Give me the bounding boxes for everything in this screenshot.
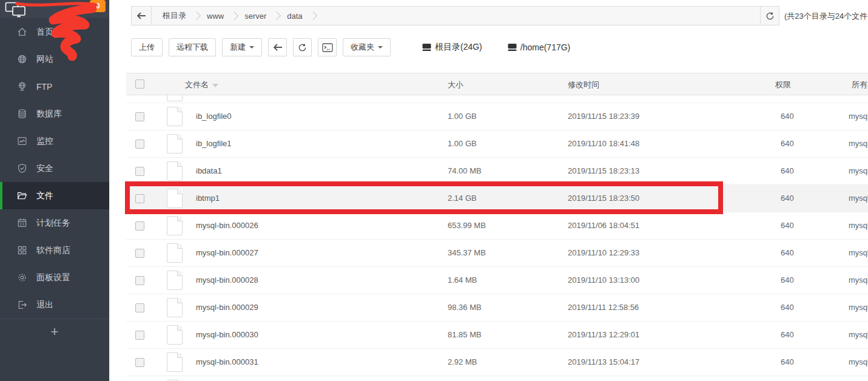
file-name[interactable]: mysql-bin.000029 [196, 303, 258, 312]
row-checkbox[interactable] [135, 140, 144, 149]
new-dropdown-button[interactable]: 新建 [222, 38, 262, 56]
path-refresh-button[interactable] [760, 7, 779, 25]
refresh-icon [765, 12, 775, 21]
table-row[interactable]: ib_logfile01.00 GB2019/11/15 18:23:39640… [126, 103, 868, 130]
home-icon [17, 27, 27, 37]
chevron-right-icon [272, 12, 281, 20]
file-icon [167, 95, 183, 101]
terminal-icon [322, 43, 333, 52]
file-name[interactable]: mysql-bin.000027 [196, 248, 258, 257]
header-filename[interactable]: 文件名 [185, 79, 218, 90]
sidebar-item-database[interactable]: 数据库 [0, 100, 109, 127]
path-back-button[interactable] [132, 7, 152, 25]
file-mtime: 2019/11/06 18:04:51 [568, 221, 639, 230]
remote-download-button[interactable]: 远程下载 [169, 38, 216, 56]
header-size[interactable]: 大小 [448, 79, 463, 90]
sidebar-header: 0 [0, 0, 109, 18]
file-perm: 640 [781, 221, 794, 230]
select-all-checkbox[interactable] [135, 79, 144, 89]
file-name[interactable]: mysql-bin.000028 [196, 275, 258, 285]
disk-home-shortcut[interactable]: /home(717G) [508, 42, 570, 52]
file-name[interactable]: ib_logfile0 [196, 112, 232, 121]
file-size: 74.00 MB [448, 166, 482, 175]
chevron-right-icon [230, 12, 238, 20]
sidebar-item-label: 文件 [36, 190, 53, 201]
file-size: 345.37 MB [448, 248, 486, 257]
sidebar-item-files[interactable]: 文件 [0, 182, 109, 209]
file-perm: 640 [781, 275, 794, 285]
globe-icon [17, 54, 27, 64]
row-checkbox[interactable] [135, 112, 144, 121]
file-mtime: 2019/11/13 12:29:01 [568, 330, 639, 339]
file-name[interactable]: mysql-bin.000030 [196, 330, 258, 339]
row-checkbox[interactable] [135, 194, 144, 203]
breadcrumb-data[interactable]: data [282, 12, 307, 21]
sidebar-item-site[interactable]: 网站 [0, 46, 109, 73]
file-size: 653.99 MB [448, 221, 486, 230]
back-arrow-icon [136, 12, 146, 19]
disk-root-shortcut[interactable]: 根目录(24G) [422, 42, 482, 53]
table-row[interactable]: mysql-bin.0000281.64 MB2019/11/10 13:13:… [126, 267, 868, 294]
partial-row-top [126, 95, 868, 103]
favorites-dropdown-button[interactable]: 收藏夹 [343, 38, 391, 56]
breadcrumb-root[interactable]: 根目录 [158, 10, 191, 21]
file-name[interactable]: ibdata1 [196, 166, 222, 175]
table-header: 文件名 大小 修改时间 权限 所有者 [126, 73, 868, 95]
row-checkbox[interactable] [135, 276, 144, 285]
row-checkbox[interactable] [135, 358, 144, 367]
table-row[interactable]: mysql-bin.000027345.37 MB2019/11/10 12:2… [126, 240, 868, 267]
table-row[interactable]: ib_logfile11.00 GB2019/11/10 18:41:48640… [126, 130, 868, 158]
sidebar-item-ftp[interactable]: FTP [0, 73, 109, 100]
message-count-badge[interactable]: 0 [90, 0, 106, 12]
file-size: 98.36 MB [448, 303, 482, 312]
sidebar-item-cron[interactable]: 计划任务 [0, 209, 109, 237]
file-size: 1.64 MB [448, 275, 477, 285]
file-perm: 640 [781, 139, 794, 148]
file-name[interactable]: mysql-bin.000031 [196, 357, 258, 366]
back-button[interactable] [268, 38, 287, 56]
file-icon [167, 216, 183, 235]
back-arrow-icon [273, 44, 283, 51]
sidebar-item-home[interactable]: 首页 [0, 18, 109, 46]
breadcrumb-server[interactable]: server [240, 12, 271, 21]
sidebar-item-store[interactable]: 软件商店 [0, 237, 109, 264]
file-owner: mysql [849, 194, 868, 203]
row-checkbox[interactable] [135, 331, 144, 340]
file-name[interactable]: ib_logfile1 [196, 139, 232, 148]
disk-label: /home(717G) [520, 42, 570, 52]
table-row[interactable]: mysql-bin.000026653.99 MB2019/11/06 18:0… [126, 212, 868, 240]
table-row[interactable]: mysql-bin.0000312.92 MB2019/11/13 15:04:… [126, 349, 868, 376]
header-owner[interactable]: 所有者 [852, 79, 868, 90]
table-row[interactable]: ibtmp12.14 GB2019/11/15 18:23:50640mysql [126, 185, 868, 212]
row-checkbox[interactable] [135, 249, 144, 258]
add-menu-button[interactable]: + [0, 319, 109, 345]
table-row[interactable]: mysql-bin.00003081.85 MB2019/11/13 12:29… [126, 322, 868, 349]
row-checkbox[interactable] [135, 303, 144, 312]
app-grid-icon [17, 245, 27, 255]
file-mtime: 2019/11/15 18:23:50 [568, 194, 639, 203]
file-name[interactable]: mysql-bin.000026 [196, 221, 258, 230]
row-checkbox[interactable] [135, 167, 144, 176]
gear-icon [17, 272, 27, 283]
file-icon [167, 298, 183, 317]
file-mtime: 2019/11/13 15:04:17 [568, 357, 639, 366]
sidebar-item-security[interactable]: 安全 [0, 155, 109, 182]
header-perm[interactable]: 权限 [775, 79, 791, 90]
sidebar-item-settings[interactable]: 面板设置 [0, 264, 109, 291]
sidebar-item-label: 数据库 [36, 109, 62, 120]
file-name[interactable]: ibtmp1 [196, 194, 220, 203]
breadcrumb-www[interactable]: www [202, 12, 229, 21]
table-row[interactable]: mysql-bin.00002998.36 MB2019/11/11 12:58… [126, 294, 868, 322]
table-row[interactable]: ibdata174.00 MB2019/11/15 18:23:13640mys… [126, 158, 868, 185]
row-checkbox[interactable] [135, 221, 144, 231]
refresh-button[interactable] [293, 38, 312, 56]
sidebar-item-logout[interactable]: 退出 [0, 291, 109, 319]
header-mtime[interactable]: 修改时间 [568, 79, 599, 90]
terminal-button[interactable] [318, 38, 337, 56]
upload-button[interactable]: 上传 [131, 38, 163, 56]
sidebar-item-monitor[interactable]: 监控 [0, 127, 109, 155]
sidebar-item-label: 退出 [36, 300, 53, 311]
sidebar-item-label: 软件商店 [36, 245, 70, 256]
file-table-body: ib_logfile01.00 GB2019/11/15 18:23:39640… [126, 103, 868, 381]
hard-drive-icon [508, 43, 517, 52]
